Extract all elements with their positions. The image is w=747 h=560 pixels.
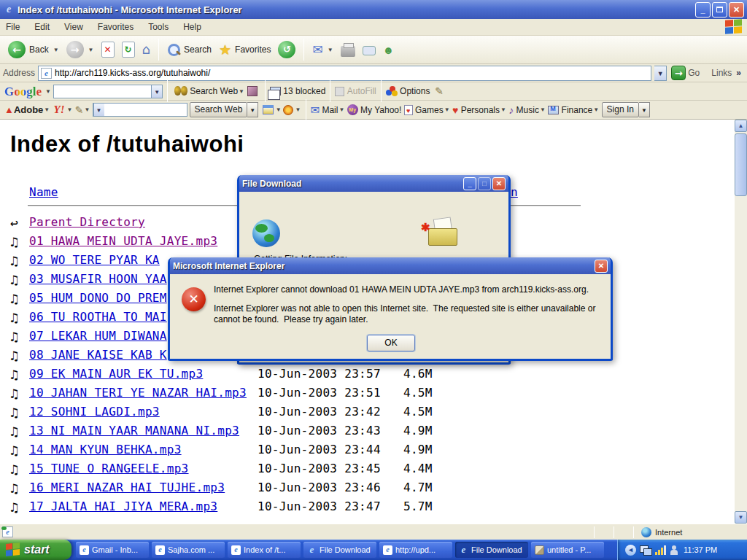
my-yahoo-button[interactable]: My Yahoo! <box>360 105 401 115</box>
dialog-maximize-button[interactable]: □ <box>478 177 491 190</box>
scroll-down-icon[interactable]: ▼ <box>735 511 747 524</box>
forward-dropdown-icon[interactable]: ▼ <box>88 47 94 53</box>
yahoo-pencil-icon[interactable]: ✎ <box>75 104 84 116</box>
menu-tools[interactable]: Tools <box>148 22 169 32</box>
file-link[interactable]: 17 JALTA HAI JIYA MERA.mp3 <box>29 497 258 516</box>
google-logo[interactable]: Google <box>4 82 42 101</box>
personals-dropdown-icon[interactable]: ▼ <box>500 106 506 113</box>
history-button[interactable]: ↺ <box>274 39 299 60</box>
file-link[interactable]: 16 MERI NAZAR HAI TUJHE.mp3 <box>29 478 258 497</box>
back-button[interactable]: ← Back ▼ <box>4 39 63 60</box>
stop-button[interactable]: ✕ <box>98 40 118 59</box>
scrollbar-thumb[interactable] <box>735 133 747 196</box>
scroll-up-icon[interactable]: ▲ <box>735 120 747 132</box>
blocked-count-button[interactable]: 13 blocked <box>283 86 325 96</box>
task-button-gmail[interactable]: eGmail - Inb... <box>76 542 149 558</box>
home-button[interactable]: ⌂ <box>139 40 154 59</box>
adobe-dropdown-icon[interactable]: ▼ <box>44 106 50 113</box>
vertical-scrollbar[interactable]: ▲ ▼ <box>735 120 747 524</box>
file-download-title-bar[interactable]: File Download _ □ ✕ <box>239 175 508 192</box>
go-button[interactable]: → Go <box>671 66 700 80</box>
pagerank-icon[interactable] <box>247 86 258 96</box>
google-input-dropdown-icon[interactable]: ▼ <box>151 85 162 98</box>
games-dropdown-icon[interactable]: ▼ <box>444 106 450 113</box>
sign-in-button[interactable]: Sign In <box>602 102 639 117</box>
title-bar[interactable]: e Index of /tutuhaiwohi - Microsoft Inte… <box>0 0 747 19</box>
menu-view[interactable]: View <box>64 22 83 32</box>
error-close-button[interactable]: ✕ <box>595 260 608 273</box>
highlighter-icon[interactable]: ✎ <box>435 85 444 97</box>
google-search-web-dropdown-icon[interactable]: ▼ <box>239 88 244 95</box>
yahoo-input-dropdown-icon[interactable]: ▼ <box>93 104 104 116</box>
task-button-index[interactable]: eIndex of /t... <box>228 542 301 558</box>
google-dropdown-icon[interactable]: ▼ <box>45 88 51 95</box>
back-dropdown-icon[interactable]: ▼ <box>53 47 59 53</box>
yahoo-search-web-button[interactable]: Search Web <box>190 102 248 117</box>
clock[interactable]: 11:37 PM <box>684 545 717 554</box>
options-button[interactable]: Options <box>400 86 430 96</box>
yahoo-dropdown-icon[interactable]: ▼ <box>67 106 73 113</box>
messenger-button[interactable]: ☻ <box>379 42 398 58</box>
adobe-button[interactable]: Adobe <box>14 104 43 115</box>
finance-dropdown-icon[interactable]: ▼ <box>593 106 599 113</box>
file-link[interactable]: Parent Directory <box>29 213 258 232</box>
task-button-file-download-2[interactable]: eFile Download <box>455 542 528 558</box>
pencil-dropdown-icon[interactable]: ▼ <box>85 106 90 113</box>
music-button[interactable]: Music <box>516 105 539 115</box>
google-search-input[interactable]: ▼ <box>53 85 163 98</box>
favorites-button[interactable]: ★ Favorites <box>215 40 274 60</box>
bookmarks-dropdown-icon[interactable]: ▼ <box>276 106 282 113</box>
search-button[interactable]: Search <box>163 42 215 58</box>
mail-dropdown-icon[interactable]: ▼ <box>338 106 344 113</box>
file-link[interactable]: 09 EK MAIN AUR EK TU.mp3 <box>29 365 258 384</box>
task-button-http-upd[interactable]: ehttp://upd... <box>379 542 452 558</box>
yahoo-search-web-dropdown-icon[interactable]: ▼ <box>247 102 258 117</box>
yahoo-logo[interactable]: Y! <box>54 104 65 116</box>
links-label[interactable]: Links <box>711 68 732 78</box>
task-button-sajha[interactable]: eSajha.com ... <box>152 542 225 558</box>
forward-button[interactable]: → ▼ <box>63 39 98 60</box>
task-button-untitled-paint[interactable]: untitled - P... <box>531 542 604 558</box>
file-link[interactable]: 12 SOHNI LAGDI.mp3 <box>29 402 258 421</box>
start-button[interactable]: start <box>0 540 71 560</box>
sign-in-dropdown-icon[interactable]: ▼ <box>639 102 650 117</box>
autofill-button[interactable]: AutoFill <box>347 86 376 96</box>
personals-button[interactable]: Personals <box>461 105 500 115</box>
address-input[interactable]: e http://arch119.kicks-ass.org/tutuhaiwo… <box>38 66 651 81</box>
google-search-web-button[interactable]: Search Web <box>190 86 238 96</box>
hotjobs-dropdown-icon[interactable]: ▼ <box>295 106 301 113</box>
hotjobs-icon[interactable] <box>283 105 293 115</box>
menu-file[interactable]: File <box>6 22 20 32</box>
refresh-button[interactable]: ↻ <box>118 40 139 59</box>
games-button[interactable]: Games <box>415 105 444 115</box>
bookmarks-icon[interactable] <box>263 105 274 114</box>
file-link[interactable]: 14 MAN KYUN BEHKA.mp3 <box>29 440 258 459</box>
file-link[interactable]: 01 HAWA MEIN UDTA JAYE.mp3 <box>29 232 258 251</box>
file-link[interactable]: 10 JAHAN TERI YE NAZAR HAI.mp3 <box>29 384 258 402</box>
yahoo-mail-button[interactable]: Mail <box>322 105 338 115</box>
task-button-file-download-1[interactable]: eFile Download <box>303 542 376 558</box>
network-icon[interactable] <box>640 545 651 555</box>
ok-button[interactable]: OK <box>367 335 415 351</box>
music-dropdown-icon[interactable]: ▼ <box>540 106 546 113</box>
menu-favorites[interactable]: Favorites <box>98 22 133 32</box>
close-button[interactable]: ✕ <box>729 2 744 18</box>
dialog-minimize-button[interactable]: _ <box>463 177 476 190</box>
messenger-tray-icon[interactable] <box>670 545 678 555</box>
error-title-bar[interactable]: Microsoft Internet Explorer ✕ <box>170 257 611 274</box>
menu-edit[interactable]: Edit <box>34 22 50 32</box>
menu-help[interactable]: Help <box>183 22 201 32</box>
file-link[interactable]: 15 TUNE O RANGEELE.mp3 <box>29 459 258 478</box>
address-dropdown-icon[interactable]: ▼ <box>654 66 667 81</box>
yahoo-search-input[interactable]: ▼ <box>93 103 187 117</box>
minimize-button[interactable]: _ <box>695 2 711 18</box>
mail-dropdown-icon[interactable]: ▼ <box>328 47 333 53</box>
signal-bars-icon[interactable] <box>655 545 666 555</box>
file-link[interactable]: 13 NI MAIN YAAR MANANA NI.mp3 <box>29 421 258 440</box>
print-button[interactable] <box>337 42 359 58</box>
dialog-close-button[interactable]: ✕ <box>492 177 506 190</box>
discuss-button[interactable] <box>359 43 379 57</box>
links-chevron-icon[interactable]: » <box>736 68 741 78</box>
name-column-header[interactable]: Name <box>29 185 58 199</box>
finance-button[interactable]: Finance <box>562 105 593 115</box>
